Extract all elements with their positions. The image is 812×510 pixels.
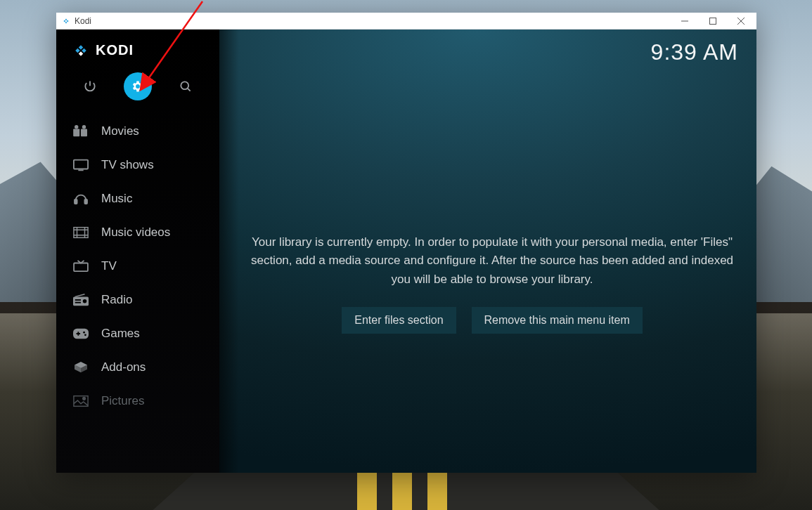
svg-rect-4 [65, 21, 67, 23]
sidebar-item-music[interactable]: Music [56, 182, 219, 216]
svg-rect-8 [75, 48, 79, 52]
empty-library-content: Your library is currently empty. In orde… [247, 233, 737, 334]
sidebar-item-label: Movies [101, 124, 139, 138]
sidebar-item-movies[interactable]: Movies [56, 115, 219, 148]
tv-shows-icon [73, 159, 89, 171]
svg-point-13 [75, 125, 78, 129]
svg-point-27 [83, 398, 86, 400]
svg-rect-17 [84, 200, 87, 204]
empty-library-message: Your library is currently empty. In orde… [247, 233, 737, 289]
top-buttons [56, 65, 219, 115]
app-window: Kodi [56, 13, 756, 473]
radio-icon [73, 294, 89, 306]
svg-rect-19 [74, 263, 88, 272]
movies-icon [73, 125, 89, 138]
svg-rect-6 [79, 45, 83, 49]
sidebar-item-label: Music videos [101, 225, 170, 240]
svg-rect-26 [74, 396, 88, 407]
sidebar-item-musicvideos[interactable]: Music videos [56, 216, 219, 249]
sidebar-item-label: Music [101, 192, 132, 206]
enter-files-button[interactable]: Enter files section [342, 307, 456, 334]
sidebar-item-label: TV [101, 259, 117, 273]
tv-icon [73, 260, 89, 273]
desktop-background: Kodi [0, 0, 812, 510]
svg-point-24 [83, 332, 85, 334]
sidebar-item-addons[interactable]: Add-ons [56, 351, 219, 384]
svg-rect-1 [65, 18, 67, 20]
sidebar-nav: Movies TV shows Music [56, 115, 219, 418]
svg-rect-9 [79, 51, 83, 55]
maximize-button[interactable] [699, 13, 727, 30]
settings-button[interactable] [124, 72, 152, 100]
svg-rect-2 [67, 20, 69, 22]
music-icon [73, 192, 89, 205]
addons-icon [73, 361, 89, 374]
svg-rect-5 [710, 18, 716, 24]
svg-rect-12 [81, 129, 87, 136]
sidebar-item-tvshows[interactable]: TV shows [56, 148, 219, 182]
svg-rect-3 [63, 20, 65, 22]
svg-rect-7 [82, 48, 86, 52]
window-title: Kodi [75, 16, 91, 26]
sidebar-item-label: Radio [101, 293, 132, 307]
sidebar-item-tv[interactable]: TV [56, 249, 219, 283]
power-button[interactable] [76, 72, 104, 100]
svg-rect-23 [75, 302, 81, 303]
svg-rect-18 [74, 228, 88, 238]
kodi-logo-icon [73, 43, 89, 58]
svg-rect-22 [75, 299, 81, 301]
svg-point-21 [83, 299, 87, 303]
clock: 9:39 AM [651, 39, 738, 65]
logo: KODI [56, 30, 219, 65]
titlebar[interactable]: Kodi [56, 13, 756, 30]
sidebar-item-label: Games [101, 327, 140, 341]
svg-rect-15 [74, 160, 88, 169]
logo-text: KODI [96, 42, 134, 58]
sidebar: KODI [56, 30, 219, 473]
sidebar-item-label: TV shows [101, 158, 154, 172]
minimize-button[interactable] [671, 13, 699, 30]
svg-rect-11 [73, 129, 79, 136]
sidebar-item-label: Pictures [101, 394, 144, 408]
sidebar-item-label: Add-ons [101, 360, 146, 374]
svg-rect-16 [75, 200, 77, 204]
music-videos-icon [73, 226, 89, 239]
svg-point-10 [181, 81, 188, 89]
app-icon [62, 17, 70, 25]
games-icon [73, 327, 89, 340]
app-body: KODI [56, 30, 756, 473]
sidebar-item-radio[interactable]: Radio [56, 283, 219, 317]
svg-point-25 [84, 334, 86, 336]
search-button[interactable] [172, 72, 200, 100]
svg-point-14 [82, 125, 86, 129]
pictures-icon [73, 395, 89, 407]
sidebar-item-pictures[interactable]: Pictures [56, 384, 219, 418]
remove-menu-item-button[interactable]: Remove this main menu item [472, 307, 643, 334]
main-area: 9:39 AM Your library is currently empty.… [219, 30, 756, 473]
close-button[interactable] [727, 13, 755, 30]
sidebar-item-games[interactable]: Games [56, 317, 219, 351]
